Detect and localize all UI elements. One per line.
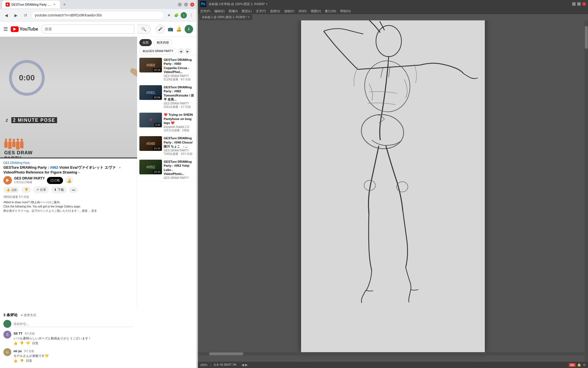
- user-avatar[interactable]: I: [185, 25, 193, 33]
- ps-menu-layer[interactable]: 图层(L): [242, 9, 252, 13]
- dancer-figure: [120, 57, 137, 159]
- ps-restore-button[interactable]: □: [577, 2, 581, 6]
- search-button[interactable]: 🔍: [137, 25, 151, 34]
- dislike-button[interactable]: 👎: [21, 187, 31, 193]
- rec-channel: GES DRAW PARTY: [164, 74, 194, 78]
- profile-icon[interactable]: I: [181, 12, 187, 18]
- ps-prev-frame[interactable]: ◀: [241, 363, 244, 367]
- ps-scrollbar-thumb[interactable]: [585, 26, 588, 49]
- maximize-button[interactable]: □: [184, 3, 188, 7]
- sort-button[interactable]: ≡ 排序方式: [21, 313, 36, 317]
- ps-menu-help[interactable]: 帮助(H): [340, 9, 351, 13]
- ps-scrollbar-vertical[interactable]: [585, 20, 588, 362]
- ps-menu-file[interactable]: 文件(F): [200, 9, 210, 13]
- commenter-avatar: S: [3, 331, 11, 339]
- youtube-logo[interactable]: YouTube: [11, 26, 38, 32]
- more-options-button[interactable]: •••: [69, 187, 78, 193]
- youtube-logo-text: YouTube: [20, 27, 38, 32]
- voice-search-button[interactable]: 🎤: [156, 25, 165, 34]
- timer-display: 0:00: [19, 73, 35, 82]
- ps-doc-tab[interactable]: 未标题-1 @ 100% (图层 2, RGB/8) * ×: [199, 14, 252, 20]
- ps-scrollbar-thumb-h[interactable]: [209, 352, 243, 355]
- tab-prev-button[interactable]: ◀: [178, 48, 184, 54]
- tab-all[interactable]: 全部: [139, 39, 152, 46]
- ps-logo: Ps: [200, 1, 206, 7]
- ps-close-button[interactable]: ✕: [582, 2, 586, 6]
- close-button[interactable]: ✕: [190, 3, 194, 7]
- comment-dislike-button[interactable]: 👎: [20, 359, 24, 363]
- ps-canvas-area[interactable]: [198, 20, 588, 362]
- recommendation-item[interactable]: ❤️ 4:32 ❤️ Trying on SHEIN Pantyhose on …: [137, 111, 196, 134]
- menu-icon[interactable]: ⋮: [188, 12, 194, 18]
- reload-button[interactable]: ↺: [21, 11, 29, 19]
- subscribe-button[interactable]: 已订阅: [47, 177, 63, 184]
- ps-menu-select[interactable]: 选择(S): [270, 9, 280, 13]
- like-button[interactable]: 👍 129: [3, 187, 19, 193]
- rec-meta: 5129次观看 · 6个月前: [164, 78, 194, 82]
- description-line1: •Want to draw more? /静止画ページのご案内: [3, 200, 133, 204]
- active-tab[interactable]: GESTure DRAWing Party : #06... ✕: [2, 1, 60, 8]
- rec-episode-num: #081: [146, 90, 155, 95]
- search-input[interactable]: [41, 25, 134, 34]
- ps-menu-filter[interactable]: 滤镜(F): [284, 9, 294, 13]
- channel-name: GES DRAW PARTY: [14, 176, 45, 180]
- window-divider: [196, 0, 198, 368]
- comment-like-button[interactable]: 👍: [14, 341, 18, 345]
- ps-menu-edit[interactable]: 编辑(E): [214, 9, 225, 13]
- ps-status-icon1: 🔔: [577, 363, 581, 367]
- rec-channel: GES DRAW PARTY: [164, 102, 194, 105]
- tab-next-button[interactable]: ▶: [185, 48, 191, 54]
- minimize-button[interactable]: −: [178, 3, 182, 7]
- commenter-name: SS TT: [14, 332, 22, 335]
- recommendation-item[interactable]: #060 20:16 GESTure DRAWing Party : #060 …: [137, 56, 196, 84]
- ps-next-frame[interactable]: ▶: [245, 363, 248, 367]
- svg-point-23: [376, 25, 401, 57]
- bookmark-icon[interactable]: ★: [166, 12, 172, 18]
- ps-scrollbar-horizontal[interactable]: [198, 352, 588, 356]
- ps-menu-type[interactable]: 文字(T): [256, 9, 266, 13]
- channel-avatar[interactable]: [3, 176, 12, 185]
- ps-menu-view[interactable]: 视图(V): [311, 9, 321, 13]
- rec-duration: 21:10: [153, 147, 161, 150]
- address-input[interactable]: [31, 11, 164, 20]
- forward-button[interactable]: ▶: [12, 11, 20, 19]
- comment-heart-button[interactable]: 💛: [26, 341, 30, 345]
- notifications-icon[interactable]: 🔔: [176, 26, 182, 32]
- share-button[interactable]: ↗ 分享: [33, 186, 49, 193]
- rec-channel: Elizabeth Rabbit 2.0: [164, 125, 194, 129]
- notification-bell-button[interactable]: 🔔: [65, 176, 73, 184]
- recommendation-item[interactable]: #081 20:56 GESTure DRAWing Party : #082 …: [137, 84, 196, 111]
- view-count: 3868次观看 5个月前: [3, 195, 133, 199]
- ges-logo: GES DRAW PARTY: [4, 141, 52, 159]
- ps-menu-3d[interactable]: 3D(D): [298, 9, 306, 13]
- video-player[interactable]: 0:00 2 2 MINUTE POSE: [0, 37, 137, 159]
- recommendation-item[interactable]: #052 20:33 GESTure DRAWing Party : #052 …: [137, 158, 196, 181]
- hamburger-menu-icon[interactable]: ☰: [3, 26, 8, 32]
- rec-duration: 20:56: [153, 96, 161, 99]
- tab-channel[interactable]: 来自GES DRAW PARTY: [139, 48, 176, 55]
- ps-playback-controls: ◀ ▶: [241, 363, 248, 367]
- ges-logo-text1: GES DRAW: [4, 150, 52, 156]
- extension-icon[interactable]: 🧩: [173, 12, 180, 18]
- download-button[interactable]: ⬇ 下载: [51, 186, 67, 193]
- comment-dislike-button[interactable]: 👎: [20, 341, 24, 345]
- ps-title-bar: Ps 未标题-1作草稿 @ 100% 图层 2, RGB/8* × − □ ✕: [198, 0, 588, 8]
- back-button[interactable]: ◀: [2, 11, 10, 19]
- tab-close-button[interactable]: ✕: [53, 3, 57, 7]
- comment-like-button[interactable]: 👍: [14, 359, 18, 363]
- cast-icon[interactable]: 📺: [168, 26, 173, 32]
- comment-text: いつも素晴らしいポーズと動画ありがとうございます！: [14, 336, 134, 341]
- tab-related[interactable]: 相关内容: [154, 39, 172, 46]
- rec-title: GESTure DRAWing Party : #052 Yohji Leão …: [164, 160, 194, 176]
- timer-circle: 0:00: [8, 59, 45, 96]
- ps-minimize-button[interactable]: −: [572, 2, 576, 6]
- new-tab-button[interactable]: +: [61, 1, 68, 8]
- ps-menu-image[interactable]: 图像(I): [229, 9, 238, 13]
- comment-reply-button[interactable]: 回复: [26, 359, 32, 363]
- comment-input[interactable]: [14, 321, 134, 327]
- recommendation-item[interactable]: #040 21:10 GESTure DRAWing Party : #040 …: [137, 134, 196, 158]
- comment-reply-button[interactable]: 回复: [32, 341, 38, 345]
- rec-channel: GES DRAW PARTY: [164, 149, 194, 152]
- show-more-link[interactable]: …更多: [88, 209, 97, 212]
- ps-menu-window[interactable]: 窗口(W): [325, 9, 336, 13]
